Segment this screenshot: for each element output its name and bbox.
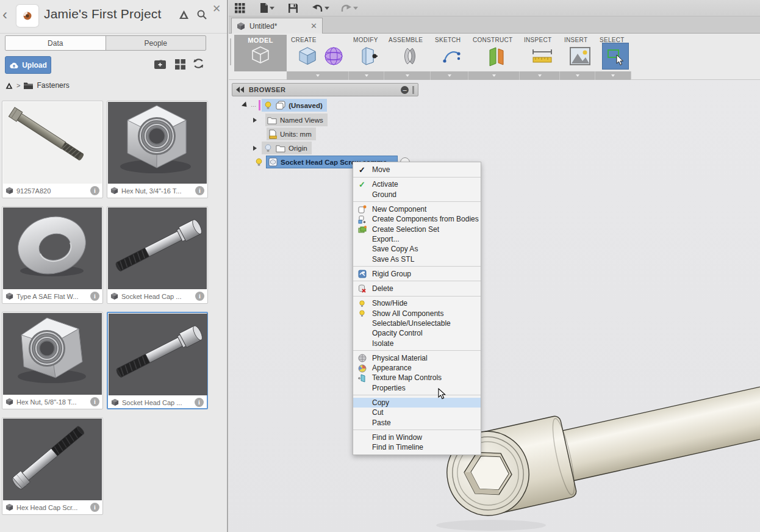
- sketch-spline-icon[interactable]: [442, 46, 462, 66]
- menu-item-cut[interactable]: Cut: [353, 408, 481, 417]
- breadcrumb-folder-label[interactable]: Fasteners: [37, 81, 69, 90]
- menu-item-texture-map-controls[interactable]: Texture Map Controls: [353, 373, 481, 383]
- component-cube-icon: [5, 503, 13, 511]
- info-icon[interactable]: i: [195, 292, 204, 301]
- autodesk-a-mark-icon[interactable]: [178, 9, 190, 20]
- info-icon[interactable]: i: [90, 503, 99, 512]
- menu-item-show-hide[interactable]: Show/Hide: [353, 298, 481, 308]
- menu-item-move[interactable]: ✓ Move: [353, 165, 481, 174]
- workspace-switcher-model[interactable]: MODEL: [234, 35, 287, 71]
- sketch-dropdown[interactable]: [431, 71, 468, 80]
- grid-view-icon[interactable]: [174, 58, 187, 71]
- lightbulb-icon[interactable]: [254, 157, 263, 167]
- info-icon[interactable]: i: [195, 398, 204, 407]
- browser-row-root-unsaved[interactable]: ... (Unsaved): [242, 99, 327, 112]
- measure-icon[interactable]: [531, 47, 554, 65]
- asset-card-91257A820[interactable]: 91257A820 i: [2, 101, 103, 198]
- menu-item-save-copy-as[interactable]: Save Copy As: [353, 244, 481, 254]
- info-icon[interactable]: i: [90, 186, 99, 195]
- menu-item-appearance[interactable]: Appearance: [353, 363, 481, 373]
- new-folder-icon[interactable]: [154, 58, 167, 71]
- asset-card-flat-washer[interactable]: Type A SAE Flat W... i: [2, 206, 103, 304]
- select-dropdown[interactable]: [595, 71, 631, 80]
- construct-plane-icon[interactable]: [486, 45, 507, 67]
- back-chevron-icon[interactable]: ‹: [2, 7, 7, 22]
- menu-item-save-as-stl[interactable]: Save As STL: [353, 254, 481, 264]
- menu-item-delete[interactable]: Delete: [353, 284, 481, 293]
- menu-item-create-selection-set[interactable]: Create Selection Set: [353, 224, 481, 234]
- lightbulb-icon[interactable]: [263, 101, 273, 110]
- menu-item-rigid-group[interactable]: Rigid Group: [353, 269, 481, 279]
- save-icon[interactable]: [288, 3, 298, 13]
- construct-dropdown[interactable]: [468, 71, 520, 80]
- asset-card-hex-head-cap-screw[interactable]: Hex Head Cap Scr... i: [2, 417, 103, 515]
- lightbulb-off-icon[interactable]: [263, 143, 273, 153]
- assemble-dropdown[interactable]: [384, 71, 431, 80]
- browser-row-origin[interactable]: Origin: [253, 142, 312, 154]
- create-sphere-icon[interactable]: [323, 46, 344, 66]
- panel-close-icon[interactable]: ✕: [212, 2, 221, 15]
- asset-card-hex-nut-34[interactable]: Hex Nut, 3/4"-16 T... i: [107, 101, 208, 198]
- document-tab-untitled[interactable]: Untitled* ✕: [231, 18, 323, 34]
- create-box-icon[interactable]: [296, 45, 318, 67]
- thumbnail-socket-head-cap-screw: [108, 207, 207, 289]
- inspect-dropdown[interactable]: [520, 71, 560, 80]
- menu-item-physical-material[interactable]: Physical Material: [353, 353, 481, 363]
- redo-button[interactable]: [340, 4, 358, 13]
- refresh-icon[interactable]: [192, 57, 205, 70]
- info-icon[interactable]: i: [90, 397, 99, 406]
- info-icon[interactable]: i: [90, 292, 99, 301]
- menu-item-create-components-from-bodies[interactable]: Create Components from Bodies: [353, 214, 481, 224]
- browser-panel-header[interactable]: BROWSER –: [232, 83, 418, 96]
- browser-grip-handle[interactable]: [412, 86, 414, 94]
- collapse-left-icon[interactable]: [236, 87, 244, 93]
- apps-grid-icon[interactable]: [235, 3, 245, 13]
- tab-people[interactable]: People: [106, 36, 206, 50]
- tab-close-icon[interactable]: ✕: [310, 21, 317, 31]
- modify-dropdown[interactable]: [349, 71, 384, 80]
- menu-item-properties[interactable]: Properties: [353, 383, 481, 393]
- menu-item-paste[interactable]: Paste: [353, 418, 481, 428]
- browser-collapse-icon[interactable]: –: [401, 86, 409, 94]
- browser-row-named-views[interactable]: Named Views: [253, 113, 328, 126]
- viewport-canvas[interactable]: BROWSER – ... (Unsaved) Named Views: [229, 80, 760, 532]
- menu-item-new-component[interactable]: New Component: [353, 204, 481, 214]
- collapsed-triangle-icon[interactable]: [253, 118, 257, 123]
- undo-button[interactable]: [312, 4, 329, 13]
- asset-card-socket-head-2-selected[interactable]: Socket Head Cap ... i: [107, 312, 208, 409]
- insert-image-icon[interactable]: [569, 46, 591, 66]
- create-dropdown[interactable]: [287, 71, 349, 80]
- joint-icon[interactable]: [399, 46, 421, 66]
- texture-map-icon: [357, 373, 367, 383]
- menu-item-isolate[interactable]: Isolate: [353, 338, 481, 348]
- press-pull-icon[interactable]: [359, 45, 379, 67]
- named-views-chip[interactable]: Named Views: [265, 113, 328, 126]
- asset-card-socket-head-1[interactable]: Socket Head Cap ... i: [107, 206, 208, 304]
- menu-item-copy[interactable]: Copy: [353, 398, 481, 408]
- folder-icon[interactable]: [23, 81, 34, 90]
- search-icon[interactable]: [196, 9, 207, 20]
- expand-triangle-icon[interactable]: [242, 101, 249, 109]
- root-chip[interactable]: (Unsaved): [262, 99, 327, 112]
- menu-item-activate[interactable]: ✓ Activate: [353, 179, 481, 189]
- insert-dropdown[interactable]: [560, 71, 595, 80]
- origin-chip[interactable]: Origin: [262, 142, 312, 154]
- menu-item-opacity-control[interactable]: Opacity Control: [353, 328, 481, 338]
- menu-item-find-in-window[interactable]: Find in Window: [353, 433, 481, 442]
- file-menu[interactable]: [260, 2, 274, 13]
- breadcrumb-root-icon[interactable]: [5, 82, 13, 90]
- upload-button[interactable]: Upload: [5, 56, 51, 74]
- browser-row-units[interactable]: Units: mm: [267, 128, 316, 140]
- asset-card-hex-nut-58[interactable]: Hex Nut, 5/8"-18 T... i: [2, 312, 103, 409]
- menu-item-export[interactable]: Export...: [353, 234, 481, 244]
- menu-item-selectable-unselectable[interactable]: Selectable/Unselectable: [353, 318, 481, 328]
- select-tool-active[interactable]: [602, 43, 629, 70]
- menu-item-find-in-timeline[interactable]: Find in Timeline: [353, 442, 481, 452]
- menu-item-show-all-components[interactable]: Show All Components: [353, 309, 481, 318]
- info-icon[interactable]: i: [195, 186, 204, 195]
- menu-item-ground[interactable]: Ground: [353, 190, 481, 200]
- tab-data[interactable]: Data: [5, 36, 106, 50]
- units-chip[interactable]: Units: mm: [267, 128, 316, 140]
- collapsed-triangle-icon[interactable]: [253, 146, 257, 151]
- data-panel-header: ‹ Jamie's First Project ✕: [0, 0, 227, 34]
